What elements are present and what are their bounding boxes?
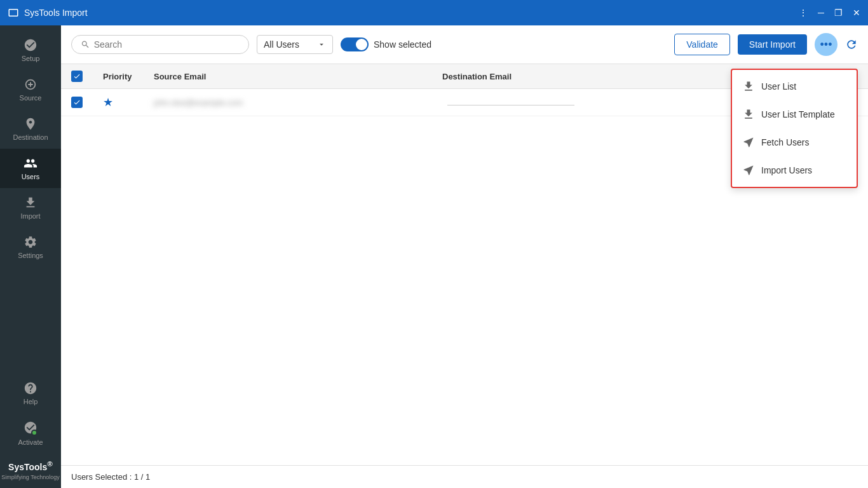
sidebar-help-label: Help — [24, 398, 38, 405]
title-bar-controls: ⋮ ─ ❐ ✕ — [799, 8, 860, 18]
sidebar-destination-label: Destination — [13, 133, 48, 141]
refresh-icon — [845, 38, 858, 51]
sidebar-item-source[interactable]: Source — [0, 70, 61, 109]
chevron-down-icon — [317, 40, 326, 49]
settings-icon — [24, 235, 37, 249]
sidebar: Setup Source Destination Users — [0, 25, 61, 488]
status-text: Users Selected : 1 / 1 — [71, 472, 150, 482]
dropdown-import-users-label: Import Users — [761, 165, 812, 175]
sidebar-bottom: Help Activate SysTools® Simplifying Tech… — [0, 374, 61, 488]
dropdown-menu: User List User List Template Fetch Users… — [731, 69, 858, 188]
row-checkbox-cell — [71, 97, 103, 108]
app-icon — [8, 7, 19, 18]
app-title: SysTools Import — [24, 8, 88, 18]
sidebar-settings-label: Settings — [18, 252, 43, 259]
download-icon-user-list-template — [742, 108, 755, 121]
activate-green-dot — [31, 430, 37, 436]
check-icon — [73, 72, 81, 80]
app-body: Setup Source Destination Users — [0, 25, 868, 488]
fetch-users-icon — [742, 136, 755, 149]
star-icon[interactable]: ★ — [103, 96, 113, 109]
priority-col-header: Priority — [103, 72, 154, 81]
destination-email-col-header: Destination Email — [442, 72, 731, 81]
destination-icon — [24, 117, 37, 131]
main-content: All Users Show selected Validate Start I… — [61, 25, 868, 488]
dropdown-item-import-users[interactable]: Import Users — [732, 156, 857, 184]
source-email-col-header: Source Email — [154, 72, 442, 81]
minimize-icon[interactable]: ─ — [818, 8, 824, 18]
filter-dropdown[interactable]: All Users — [257, 35, 333, 54]
refresh-button[interactable] — [845, 38, 858, 51]
brand-footer: SysTools® Simplifying Technology — [1, 454, 59, 488]
import-icon — [24, 196, 37, 210]
sidebar-item-settings[interactable]: Settings — [0, 227, 61, 267]
col-check-header — [71, 71, 103, 82]
search-box[interactable] — [71, 35, 249, 54]
users-icon — [24, 156, 37, 170]
row-destination-email-cell — [442, 98, 731, 107]
row-checkbox[interactable] — [71, 97, 83, 108]
check-icon — [73, 98, 81, 106]
filter-selected-value: All Users — [264, 39, 299, 50]
status-bar: Users Selected : 1 / 1 — [61, 465, 868, 488]
dropdown-user-list-label: User List — [761, 81, 796, 92]
sidebar-item-help[interactable]: Help — [0, 374, 61, 413]
toggle-knob — [356, 39, 367, 50]
toolbar: All Users Show selected Validate Start I… — [61, 25, 868, 64]
source-icon — [24, 78, 37, 92]
sidebar-import-label: Import — [20, 212, 40, 220]
close-icon[interactable]: ✕ — [853, 8, 860, 18]
brand-name: SysTools® — [1, 459, 59, 473]
sidebar-source-label: Source — [20, 94, 42, 102]
dropdown-fetch-users-label: Fetch Users — [761, 137, 809, 147]
import-users-icon — [742, 164, 755, 177]
dropdown-user-list-template-label: User List Template — [761, 109, 835, 119]
search-icon — [81, 39, 90, 50]
row-source-email-cell: john.doe@example.com — [154, 98, 442, 107]
show-selected-toggle[interactable] — [341, 37, 369, 51]
sidebar-item-users[interactable]: Users — [0, 149, 61, 188]
sidebar-item-activate[interactable]: Activate — [0, 413, 61, 454]
more-vert-icon[interactable]: ⋮ — [799, 8, 808, 18]
destination-line — [447, 105, 574, 105]
dropdown-item-fetch-users[interactable]: Fetch Users — [732, 128, 857, 156]
activate-icon-wrapper — [24, 421, 37, 436]
more-dots-icon: ••• — [820, 38, 832, 51]
title-bar-left: SysTools Import — [8, 7, 88, 18]
brand-tagline: Simplifying Technology — [1, 473, 59, 482]
select-all-checkbox[interactable] — [71, 71, 83, 82]
validate-button[interactable]: Validate — [674, 34, 730, 55]
sidebar-item-setup[interactable]: Setup — [0, 30, 61, 70]
sidebar-item-destination[interactable]: Destination — [0, 109, 61, 149]
dropdown-item-user-list[interactable]: User List — [732, 72, 857, 100]
help-icon — [24, 381, 37, 395]
more-options-button[interactable]: ••• — [815, 33, 837, 56]
sidebar-users-label: Users — [22, 173, 40, 180]
search-input[interactable] — [94, 39, 240, 50]
source-email-value: john.doe@example.com — [154, 98, 243, 107]
setup-icon — [24, 38, 37, 52]
sidebar-setup-label: Setup — [22, 55, 40, 62]
start-import-button[interactable]: Start Import — [738, 34, 807, 55]
toggle-label: Show selected — [374, 39, 431, 50]
sidebar-item-import[interactable]: Import — [0, 188, 61, 227]
title-bar: SysTools Import ⋮ ─ ❐ ✕ — [0, 0, 868, 25]
dropdown-item-user-list-template[interactable]: User List Template — [732, 100, 857, 128]
row-priority-cell: ★ — [103, 95, 154, 109]
maximize-icon[interactable]: ❐ — [834, 8, 843, 18]
sidebar-activate-label: Activate — [18, 438, 43, 446]
download-icon-user-list — [742, 80, 755, 93]
toggle-wrap: Show selected — [341, 37, 431, 51]
